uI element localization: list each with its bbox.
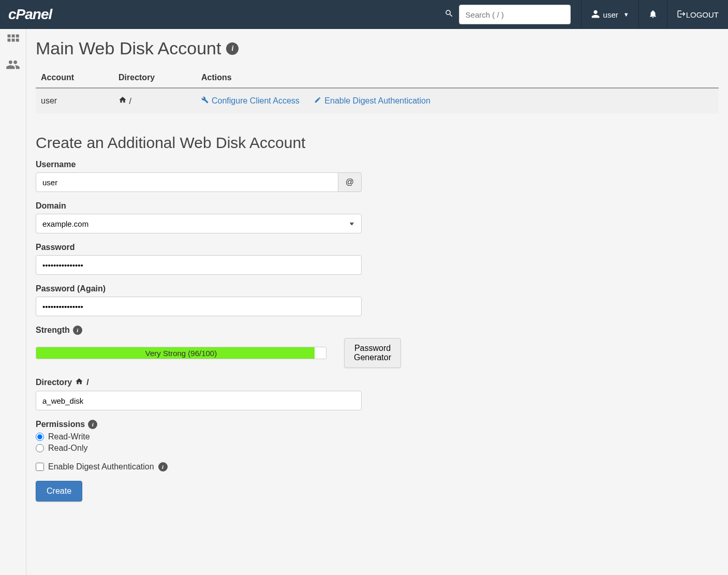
- logo-text: cPanel: [8, 6, 52, 23]
- home-icon: [118, 97, 129, 106]
- create-section-title: Create an Additional Web Disk Account: [36, 134, 719, 152]
- configure-client-access-link[interactable]: Configure Client Access: [201, 96, 300, 106]
- directory-label: Directory /: [36, 377, 362, 388]
- search-input[interactable]: [459, 5, 571, 24]
- table-row: user / Configure Client Access: [36, 88, 719, 113]
- svg-rect-3: [8, 39, 11, 42]
- domain-select[interactable]: example.com: [36, 214, 362, 233]
- logout-button[interactable]: LOGOUT: [667, 0, 728, 29]
- col-account: Account: [36, 68, 113, 88]
- password-input[interactable]: [36, 255, 362, 275]
- svg-rect-1: [12, 35, 15, 38]
- account-cell: user: [36, 88, 113, 113]
- page-title: Main Web Disk Account i: [36, 38, 719, 58]
- svg-rect-4: [12, 39, 15, 42]
- sidebar: [0, 29, 26, 575]
- content: Main Web Disk Account i Account Director…: [26, 29, 728, 575]
- home-icon: [75, 377, 83, 388]
- perm-rw-option[interactable]: Read-Write: [36, 432, 362, 441]
- search-icon: [444, 9, 454, 21]
- directory-label-text: Directory: [36, 378, 72, 387]
- enable-digest-option[interactable]: Enable Digest Authentication i: [36, 462, 362, 471]
- info-icon[interactable]: i: [73, 326, 82, 335]
- directory-input[interactable]: [36, 391, 362, 410]
- permissions-label-text: Permissions: [36, 420, 85, 429]
- info-icon[interactable]: i: [226, 42, 239, 55]
- logout-icon: [677, 9, 686, 20]
- password-label: Password: [36, 243, 362, 252]
- username-label: Username: [36, 160, 362, 169]
- enable-digest-checkbox[interactable]: [36, 463, 44, 471]
- directory-cell: /: [113, 88, 196, 113]
- username-input[interactable]: [36, 172, 338, 192]
- col-directory: Directory: [113, 68, 196, 88]
- enable-digest-label: Enable Digest Authentication: [48, 462, 154, 471]
- perm-rw-label: Read-Write: [48, 432, 90, 441]
- user-menu-button[interactable]: user ▼: [581, 0, 638, 29]
- actions-cell: Configure Client Access Enable Digest Au…: [196, 88, 719, 113]
- users-icon: [6, 57, 20, 75]
- accounts-table: Account Directory Actions user /: [36, 68, 719, 113]
- create-button[interactable]: Create: [36, 481, 82, 502]
- svg-rect-2: [16, 35, 19, 38]
- digest-label: Enable Digest Authentication: [324, 96, 430, 106]
- nav-search[interactable]: [434, 5, 581, 24]
- username-at-addon: @: [338, 172, 362, 192]
- enable-digest-link[interactable]: Enable Digest Authentication: [314, 96, 430, 106]
- strength-meter: Very Strong (96/100): [36, 347, 326, 359]
- caret-down-icon: ▼: [623, 11, 629, 18]
- permissions-label: Permissions i: [36, 420, 362, 429]
- strength-label: Strength i: [36, 326, 362, 335]
- user-menu-label: user: [603, 10, 618, 19]
- perm-ro-option[interactable]: Read-Only: [36, 444, 362, 453]
- password-again-label: Password (Again): [36, 284, 362, 293]
- svg-rect-5: [16, 39, 19, 42]
- perm-ro-radio[interactable]: [36, 444, 44, 452]
- info-icon[interactable]: i: [88, 420, 97, 429]
- password-again-input[interactable]: [36, 297, 362, 316]
- info-icon[interactable]: i: [158, 462, 168, 471]
- perm-rw-radio[interactable]: [36, 433, 44, 441]
- strength-text: Very Strong (96/100): [36, 347, 326, 359]
- directory-prefix: /: [86, 378, 88, 387]
- sidebar-item-users[interactable]: [0, 54, 26, 79]
- grid-icon: [6, 33, 20, 50]
- password-generator-button[interactable]: Password Generator: [344, 338, 401, 368]
- strength-label-text: Strength: [36, 326, 70, 335]
- svg-rect-0: [8, 35, 11, 38]
- navbar: cPanel user ▼ LOGOUT: [0, 0, 728, 29]
- col-actions: Actions: [196, 68, 719, 88]
- perm-ro-label: Read-Only: [48, 444, 87, 453]
- configure-label: Configure Client Access: [212, 96, 300, 106]
- page-title-text: Main Web Disk Account: [36, 38, 221, 58]
- cpanel-logo[interactable]: cPanel: [8, 6, 52, 23]
- directory-path: /: [129, 97, 131, 106]
- logout-label: LOGOUT: [686, 10, 719, 19]
- domain-label: Domain: [36, 201, 362, 211]
- sidebar-item-apps[interactable]: [0, 29, 26, 54]
- bell-icon: [648, 9, 658, 20]
- notifications-button[interactable]: [638, 0, 667, 29]
- pencil-icon: [314, 96, 321, 105]
- wrench-icon: [201, 96, 209, 105]
- user-icon: [591, 9, 600, 20]
